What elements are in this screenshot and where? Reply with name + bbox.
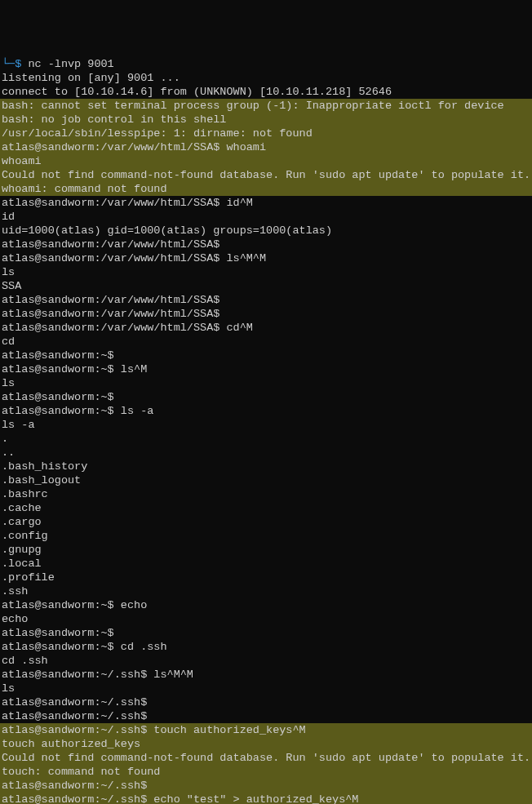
terminal-line: cd .ssh <box>0 654 532 668</box>
terminal-line: Could not find command-not-found databas… <box>0 168 532 182</box>
terminal-segment: └─ <box>2 58 15 70</box>
terminal-line: atlas@sandworm:~$ <box>0 390 532 404</box>
terminal-line: atlas@sandworm:~/.ssh$ <box>0 779 532 793</box>
terminal-line: connect to [10.10.14.6] from (UNKNOWN) [… <box>0 85 532 99</box>
terminal-line: ls <box>0 265 532 279</box>
terminal-segment: nc -lnvp 9001 <box>28 58 113 70</box>
terminal-line: atlas@sandworm:/var/www/html/SSA$ <box>0 238 532 251</box>
terminal-line: atlas@sandworm:~/.ssh$ echo "test" > aut… <box>0 793 532 804</box>
terminal-line: └─$ nc -lnvp 9001 <box>0 57 532 71</box>
terminal-line: atlas@sandworm:~$ <box>0 626 532 640</box>
terminal-line: atlas@sandworm:/var/www/html/SSA$ whoami <box>0 140 532 154</box>
terminal-line: .bash_logout <box>0 473 532 487</box>
terminal-line: whoami <box>0 154 532 168</box>
terminal-line: .gnupg <box>0 543 532 557</box>
terminal-line: atlas@sandworm:~$ cd .ssh <box>0 640 532 654</box>
terminal-line: .profile <box>0 571 532 584</box>
terminal-line: atlas@sandworm:~/.ssh$ <box>0 695 532 709</box>
terminal-output[interactable]: └─$ nc -lnvp 9001listening on [any] 9001… <box>0 56 532 804</box>
terminal-line: bash: no job control in this shell <box>0 113 532 127</box>
terminal-line: atlas@sandworm:/var/www/html/SSA$ <box>0 307 532 321</box>
terminal-line: .bash_history <box>0 460 532 473</box>
terminal-line: touch: command not found <box>0 765 532 779</box>
terminal-line: ls <box>0 376 532 390</box>
terminal-line: Could not find command-not-found databas… <box>0 751 532 765</box>
terminal-line: . <box>0 432 532 446</box>
terminal-line: .cache <box>0 501 532 515</box>
terminal-line: atlas@sandworm:~$ <box>0 349 532 362</box>
terminal-line: atlas@sandworm:/var/www/html/SSA$ id^M <box>0 196 532 210</box>
terminal-line: .local <box>0 557 532 571</box>
terminal-line: atlas@sandworm:~$ echo <box>0 598 532 612</box>
terminal-line: atlas@sandworm:/var/www/html/SSA$ cd^M <box>0 321 532 335</box>
terminal-line: atlas@sandworm:~/.ssh$ touch authorized_… <box>0 723 532 737</box>
terminal-line: .config <box>0 529 532 543</box>
terminal-line: /usr/local/sbin/lesspipe: 1: dirname: no… <box>0 127 532 140</box>
terminal-line: touch authorized_keys <box>0 737 532 751</box>
terminal-line: cd <box>0 335 532 349</box>
terminal-line: atlas@sandworm:~/.ssh$ ls^M^M <box>0 668 532 682</box>
terminal-line: atlas@sandworm:~$ ls -a <box>0 404 532 418</box>
terminal-line: .ssh <box>0 584 532 598</box>
terminal-line: ls -a <box>0 418 532 432</box>
terminal-line: atlas@sandworm:/var/www/html/SSA$ <box>0 293 532 307</box>
terminal-line: .bashrc <box>0 487 532 501</box>
terminal-line: whoami: command not found <box>0 182 532 196</box>
terminal-segment: $ <box>15 58 28 70</box>
terminal-line: uid=1000(atlas) gid=1000(atlas) groups=1… <box>0 224 532 238</box>
terminal-line: .. <box>0 446 532 460</box>
terminal-line: atlas@sandworm:~/.ssh$ <box>0 709 532 723</box>
terminal-line: bash: cannot set terminal process group … <box>0 99 532 113</box>
terminal-line: atlas@sandworm:~$ ls^M <box>0 362 532 376</box>
terminal-line: .cargo <box>0 515 532 529</box>
terminal-line: id <box>0 210 532 224</box>
terminal-line: atlas@sandworm:/var/www/html/SSA$ ls^M^M <box>0 251 532 265</box>
terminal-line: listening on [any] 9001 ... <box>0 71 532 85</box>
terminal-line: echo <box>0 612 532 626</box>
terminal-line: ls <box>0 682 532 695</box>
terminal-line: SSA <box>0 279 532 293</box>
